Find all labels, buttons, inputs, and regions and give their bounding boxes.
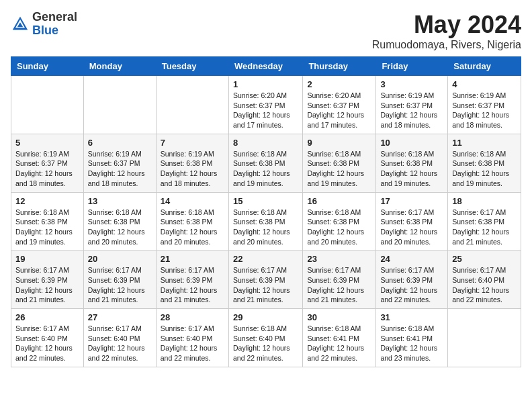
day-content: Sunrise: 6:18 AM Sunset: 6:38 PM Dayligh… [88, 208, 152, 247]
calendar-cell: 3Sunrise: 6:19 AM Sunset: 6:37 PM Daylig… [376, 76, 448, 134]
day-content: Sunrise: 6:19 AM Sunset: 6:37 PM Dayligh… [380, 91, 443, 130]
day-number: 26 [15, 312, 79, 322]
day-content: Sunrise: 6:17 AM Sunset: 6:39 PM Dayligh… [15, 265, 79, 305]
calendar-cell: 17Sunrise: 6:17 AM Sunset: 6:38 PM Dayli… [376, 192, 448, 250]
logo: General Blue [11, 11, 77, 38]
day-content: Sunrise: 6:18 AM Sunset: 6:38 PM Dayligh… [161, 208, 224, 247]
day-number: 7 [161, 138, 224, 148]
calendar-cell: 10Sunrise: 6:18 AM Sunset: 6:38 PM Dayli… [376, 134, 448, 192]
calendar-cell: 29Sunrise: 6:18 AM Sunset: 6:40 PM Dayli… [228, 309, 302, 367]
day-number: 20 [88, 254, 152, 264]
calendar-cell [11, 76, 84, 134]
day-number: 22 [233, 254, 298, 264]
calendar-cell: 27Sunrise: 6:17 AM Sunset: 6:40 PM Dayli… [83, 309, 156, 367]
day-number: 10 [380, 138, 443, 148]
calendar-cell: 24Sunrise: 6:17 AM Sunset: 6:39 PM Dayli… [376, 250, 448, 309]
day-content: Sunrise: 6:18 AM Sunset: 6:38 PM Dayligh… [380, 149, 443, 189]
calendar-cell: 2Sunrise: 6:20 AM Sunset: 6:37 PM Daylig… [303, 76, 376, 134]
day-content: Sunrise: 6:17 AM Sunset: 6:39 PM Dayligh… [88, 265, 152, 305]
calendar-cell: 12Sunrise: 6:18 AM Sunset: 6:38 PM Dayli… [11, 192, 84, 250]
page-header: General Blue May 2024 Rumuodomaya, River… [11, 11, 521, 51]
day-number: 24 [380, 254, 443, 264]
day-number: 8 [233, 138, 298, 148]
day-content: Sunrise: 6:20 AM Sunset: 6:37 PM Dayligh… [233, 91, 298, 130]
day-content: Sunrise: 6:18 AM Sunset: 6:38 PM Dayligh… [15, 208, 79, 247]
day-content: Sunrise: 6:17 AM Sunset: 6:39 PM Dayligh… [380, 265, 443, 305]
logo-blue-text: Blue [32, 24, 58, 37]
day-content: Sunrise: 6:19 AM Sunset: 6:37 PM Dayligh… [15, 149, 79, 189]
title-block: May 2024 Rumuodomaya, Rivers, Nigeria [372, 11, 521, 51]
calendar-cell: 8Sunrise: 6:18 AM Sunset: 6:38 PM Daylig… [228, 134, 302, 192]
calendar-cell: 26Sunrise: 6:17 AM Sunset: 6:40 PM Dayli… [11, 309, 84, 367]
logo-general-text: General [32, 10, 77, 24]
calendar-cell: 6Sunrise: 6:19 AM Sunset: 6:37 PM Daylig… [83, 134, 156, 192]
calendar-cell: 25Sunrise: 6:17 AM Sunset: 6:40 PM Dayli… [448, 250, 521, 309]
day-number: 18 [452, 196, 517, 206]
calendar-cell: 19Sunrise: 6:17 AM Sunset: 6:39 PM Dayli… [11, 250, 84, 309]
day-content: Sunrise: 6:18 AM Sunset: 6:41 PM Dayligh… [380, 324, 443, 363]
day-content: Sunrise: 6:19 AM Sunset: 6:38 PM Dayligh… [161, 149, 224, 189]
weekday-header-friday: Friday [376, 57, 448, 76]
day-number: 1 [233, 79, 298, 89]
day-content: Sunrise: 6:17 AM Sunset: 6:39 PM Dayligh… [161, 265, 224, 305]
day-number: 9 [307, 138, 371, 148]
calendar-cell: 31Sunrise: 6:18 AM Sunset: 6:41 PM Dayli… [376, 309, 448, 367]
day-content: Sunrise: 6:18 AM Sunset: 6:41 PM Dayligh… [307, 324, 371, 363]
day-number: 17 [380, 196, 443, 206]
day-number: 3 [380, 79, 443, 89]
day-number: 13 [88, 196, 152, 206]
day-number: 27 [88, 312, 152, 322]
day-number: 30 [307, 312, 371, 322]
calendar-cell [83, 76, 156, 134]
day-number: 14 [161, 196, 224, 206]
calendar-cell: 21Sunrise: 6:17 AM Sunset: 6:39 PM Dayli… [156, 250, 228, 309]
day-content: Sunrise: 6:19 AM Sunset: 6:37 PM Dayligh… [88, 149, 152, 189]
day-content: Sunrise: 6:18 AM Sunset: 6:38 PM Dayligh… [307, 208, 371, 247]
day-content: Sunrise: 6:17 AM Sunset: 6:40 PM Dayligh… [161, 324, 224, 363]
calendar-cell: 30Sunrise: 6:18 AM Sunset: 6:41 PM Dayli… [303, 309, 376, 367]
calendar-cell: 1Sunrise: 6:20 AM Sunset: 6:37 PM Daylig… [228, 76, 302, 134]
week-row-5: 26Sunrise: 6:17 AM Sunset: 6:40 PM Dayli… [11, 309, 521, 367]
day-content: Sunrise: 6:18 AM Sunset: 6:38 PM Dayligh… [233, 208, 298, 247]
day-content: Sunrise: 6:17 AM Sunset: 6:40 PM Dayligh… [15, 324, 79, 363]
day-number: 25 [452, 254, 517, 264]
weekday-header-tuesday: Tuesday [156, 57, 228, 76]
day-content: Sunrise: 6:20 AM Sunset: 6:37 PM Dayligh… [307, 91, 371, 130]
day-content: Sunrise: 6:17 AM Sunset: 6:40 PM Dayligh… [452, 265, 517, 305]
day-number: 15 [233, 196, 298, 206]
day-content: Sunrise: 6:18 AM Sunset: 6:38 PM Dayligh… [307, 149, 371, 189]
day-content: Sunrise: 6:17 AM Sunset: 6:40 PM Dayligh… [88, 324, 152, 363]
day-number: 31 [380, 312, 443, 322]
weekday-header-monday: Monday [83, 57, 156, 76]
day-number: 28 [161, 312, 224, 322]
location-title: Rumuodomaya, Rivers, Nigeria [372, 39, 521, 51]
day-number: 19 [15, 254, 79, 264]
day-content: Sunrise: 6:18 AM Sunset: 6:38 PM Dayligh… [233, 149, 298, 189]
day-number: 21 [161, 254, 224, 264]
calendar-cell: 9Sunrise: 6:18 AM Sunset: 6:38 PM Daylig… [303, 134, 376, 192]
calendar-cell: 14Sunrise: 6:18 AM Sunset: 6:38 PM Dayli… [156, 192, 228, 250]
weekday-header-wednesday: Wednesday [228, 57, 302, 76]
calendar-cell: 11Sunrise: 6:18 AM Sunset: 6:38 PM Dayli… [448, 134, 521, 192]
week-row-4: 19Sunrise: 6:17 AM Sunset: 6:39 PM Dayli… [11, 250, 521, 309]
day-content: Sunrise: 6:17 AM Sunset: 6:38 PM Dayligh… [452, 208, 517, 247]
month-title: May 2024 [372, 11, 521, 39]
calendar-cell [448, 309, 521, 367]
day-number: 4 [452, 79, 517, 89]
day-number: 12 [15, 196, 79, 206]
day-content: Sunrise: 6:19 AM Sunset: 6:37 PM Dayligh… [452, 91, 517, 130]
weekday-header-saturday: Saturday [448, 57, 521, 76]
week-row-1: 1Sunrise: 6:20 AM Sunset: 6:37 PM Daylig… [11, 76, 521, 134]
day-number: 23 [307, 254, 371, 264]
calendar-cell: 16Sunrise: 6:18 AM Sunset: 6:38 PM Dayli… [303, 192, 376, 250]
calendar-cell: 18Sunrise: 6:17 AM Sunset: 6:38 PM Dayli… [448, 192, 521, 250]
day-number: 6 [88, 138, 152, 148]
calendar-cell: 23Sunrise: 6:17 AM Sunset: 6:39 PM Dayli… [303, 250, 376, 309]
day-number: 2 [307, 79, 371, 89]
calendar-cell: 20Sunrise: 6:17 AM Sunset: 6:39 PM Dayli… [83, 250, 156, 309]
calendar-cell: 5Sunrise: 6:19 AM Sunset: 6:37 PM Daylig… [11, 134, 84, 192]
calendar-cell: 4Sunrise: 6:19 AM Sunset: 6:37 PM Daylig… [448, 76, 521, 134]
weekday-header-thursday: Thursday [303, 57, 376, 76]
calendar-cell: 15Sunrise: 6:18 AM Sunset: 6:38 PM Dayli… [228, 192, 302, 250]
weekday-header-row: SundayMondayTuesdayWednesdayThursdayFrid… [11, 57, 521, 76]
